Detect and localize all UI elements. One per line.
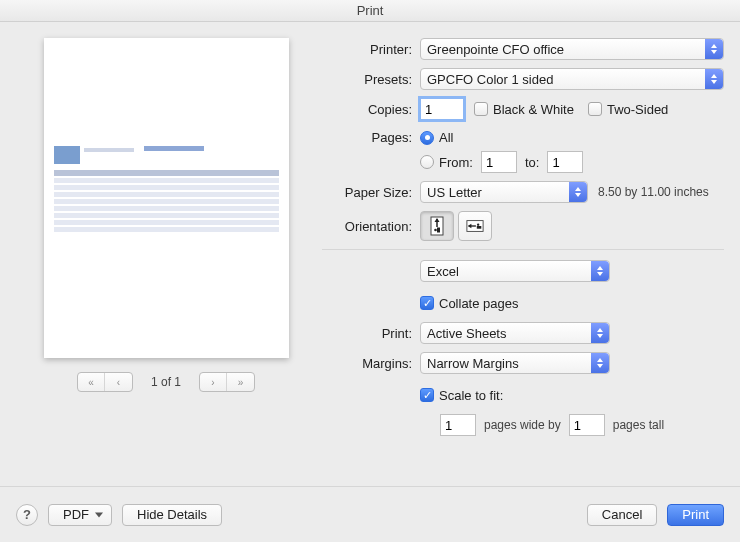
app-select[interactable]: Excel: [420, 260, 610, 282]
printwhat-label: Print:: [322, 326, 420, 341]
pager-next-group[interactable]: › »: [199, 372, 255, 392]
papersize-value: US Letter: [427, 185, 482, 200]
next-page-icon: ›: [200, 373, 227, 391]
pdf-button[interactable]: PDF: [48, 504, 112, 526]
printer-label: Printer:: [322, 42, 420, 57]
printwhat-select[interactable]: Active Sheets: [420, 322, 610, 344]
print-button[interactable]: Print: [667, 504, 724, 526]
svg-rect-4: [437, 228, 440, 233]
presets-value: GPCFO Color 1 sided: [427, 72, 553, 87]
hide-details-button[interactable]: Hide Details: [122, 504, 222, 526]
landscape-icon: [466, 216, 484, 236]
scale-wide-input[interactable]: [440, 414, 476, 436]
pages-all-radio[interactable]: All: [420, 130, 453, 145]
pages-to-label: to:: [525, 155, 539, 170]
pages-label: Pages:: [322, 128, 420, 145]
cancel-button[interactable]: Cancel: [587, 504, 657, 526]
page-count-label: 1 of 1: [151, 375, 181, 389]
bw-label: Black & White: [493, 102, 574, 117]
papersize-dims: 8.50 by 11.00 inches: [598, 185, 709, 199]
scaletofit-label: Scale to fit:: [439, 388, 503, 403]
printer-value: Greenpointe CFO office: [427, 42, 564, 57]
scaletofit-checkbox[interactable]: Scale to fit:: [420, 388, 503, 403]
prev-page-icon: ‹: [105, 373, 132, 391]
pager-prev-group[interactable]: « ‹: [77, 372, 133, 392]
pages-all-label: All: [439, 130, 453, 145]
last-page-icon: »: [227, 373, 254, 391]
papersize-label: Paper Size:: [322, 185, 420, 200]
collate-label: Collate pages: [439, 296, 519, 311]
orientation-portrait-button[interactable]: [420, 211, 454, 241]
orientation-landscape-button[interactable]: [458, 211, 492, 241]
presets-label: Presets:: [322, 72, 420, 87]
printer-select[interactable]: Greenpointe CFO office: [420, 38, 724, 60]
pages-from-input[interactable]: [481, 151, 517, 173]
app-value: Excel: [427, 264, 459, 279]
orientation-label: Orientation:: [322, 219, 420, 234]
printwhat-value: Active Sheets: [427, 326, 507, 341]
margins-label: Margins:: [322, 356, 420, 371]
svg-point-3: [434, 229, 437, 232]
print-preview: [44, 38, 289, 358]
copies-input[interactable]: [420, 98, 464, 120]
copies-label: Copies:: [322, 102, 420, 117]
presets-select[interactable]: GPCFO Color 1 sided: [420, 68, 724, 90]
twosided-label: Two-Sided: [607, 102, 668, 117]
svg-point-8: [477, 223, 479, 225]
scale-wide-label: pages wide by: [484, 418, 561, 432]
margins-select[interactable]: Narrow Margins: [420, 352, 610, 374]
collate-checkbox[interactable]: Collate pages: [420, 296, 519, 311]
scale-tall-label: pages tall: [613, 418, 664, 432]
window-title: Print: [0, 0, 740, 22]
papersize-select[interactable]: US Letter: [420, 181, 588, 203]
svg-rect-9: [477, 226, 482, 229]
first-page-icon: «: [78, 373, 105, 391]
twosided-checkbox[interactable]: Two-Sided: [588, 102, 668, 117]
portrait-icon: [428, 216, 446, 236]
pages-from-label: From:: [439, 155, 473, 170]
margins-value: Narrow Margins: [427, 356, 519, 371]
pages-from-radio[interactable]: From:: [420, 155, 473, 170]
pages-to-input[interactable]: [547, 151, 583, 173]
bw-checkbox[interactable]: Black & White: [474, 102, 574, 117]
scale-tall-input[interactable]: [569, 414, 605, 436]
help-button[interactable]: ?: [16, 504, 38, 526]
